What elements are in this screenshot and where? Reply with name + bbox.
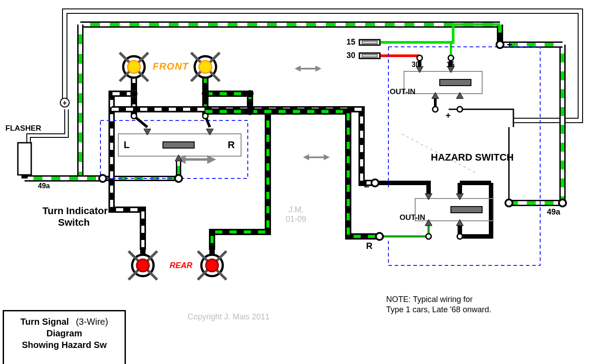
svg-point-21 xyxy=(417,55,422,61)
out-in-lower: OUT-IN xyxy=(400,213,425,222)
wiring-diagram: + xyxy=(0,0,600,364)
turn-ind-label-2: Switch xyxy=(58,217,90,228)
hazard-switch-label: HAZARD SWITCH xyxy=(431,152,514,163)
fuse-15 xyxy=(359,40,380,45)
svg-point-29 xyxy=(199,61,212,73)
note-line1: NOTE: Typical wiring for xyxy=(386,295,473,304)
out-in-upper: OUT-IN xyxy=(390,87,416,96)
title-line2: Diagram xyxy=(46,328,82,338)
svg-point-28 xyxy=(128,61,140,73)
title-line1b: (3-Wire) xyxy=(76,317,108,327)
svg-text:+: + xyxy=(62,99,67,107)
rear-label: REAR xyxy=(170,261,192,270)
plus-top-right: + xyxy=(507,39,512,51)
turn-L: L xyxy=(124,139,129,151)
svg-point-18 xyxy=(131,113,137,119)
flasher-label: FLASHER xyxy=(5,124,41,133)
svg-point-22 xyxy=(448,55,454,61)
svg-point-26 xyxy=(426,234,431,239)
svg-point-27 xyxy=(457,234,462,239)
switch-term-15: 15 xyxy=(446,61,454,69)
turn-ind-label-1: Turn Indicator xyxy=(42,205,108,217)
title-box: Turn Signal (3-Wire) Diagram Showing Haz… xyxy=(3,310,126,364)
turn-R: R xyxy=(228,139,235,151)
svg-point-19 xyxy=(203,113,208,119)
svg-rect-16 xyxy=(100,120,248,178)
terminal-49a-right: 49a xyxy=(547,207,560,217)
watermark-copyright: Copyright J. Mais 2011 xyxy=(188,312,270,322)
terminal-49a-left: 49a xyxy=(38,182,50,190)
title-line3: Showing Hazard Sw xyxy=(22,340,107,350)
svg-rect-15 xyxy=(18,143,31,175)
svg-point-31 xyxy=(206,259,218,272)
terminal-15: 15 xyxy=(346,37,355,47)
note-block: NOTE: Typical wiring for Type 1 cars, La… xyxy=(386,294,492,315)
watermark-jm: J.M.01-09 xyxy=(286,205,306,224)
plus-hazard-upper: + xyxy=(446,111,451,121)
svg-point-30 xyxy=(137,259,149,272)
svg-point-24 xyxy=(457,107,462,112)
front-label: FRONT xyxy=(153,61,189,72)
note-line2: Type 1 cars, Late '68 onward. xyxy=(386,305,492,314)
hazard-R: R xyxy=(366,241,372,251)
svg-point-23 xyxy=(433,107,438,112)
terminal-30: 30 xyxy=(346,51,355,60)
hazard-L: L xyxy=(364,179,369,190)
fuse-30 xyxy=(359,53,380,58)
title-line1a: Turn Signal xyxy=(21,317,69,327)
switch-term-30: 30 xyxy=(412,61,420,69)
